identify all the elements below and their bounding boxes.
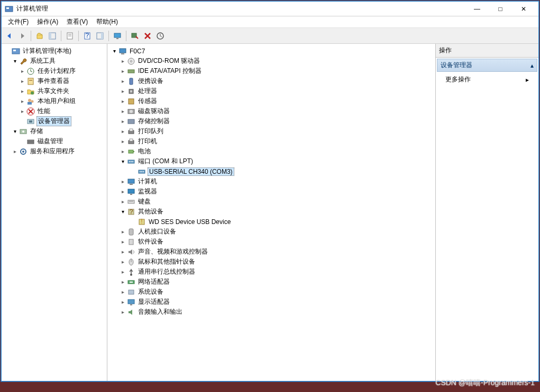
tree-item[interactable]: ▸任务计划程序 (2, 66, 107, 76)
tree-item[interactable]: !WD SES Device USB Device (107, 217, 435, 227)
svg-rect-62 (130, 194, 132, 195)
tree-item[interactable]: ▸磁盘驱动器 (107, 106, 435, 116)
tree-item[interactable]: ▸共享文件夹 (2, 86, 107, 96)
chevron-right-icon[interactable]: ▸ (119, 279, 126, 285)
tree-item[interactable]: ▸声音、视频和游戏控制器 (107, 247, 435, 257)
tree-item[interactable]: 计算机管理(本地) (2, 46, 107, 56)
up-button[interactable] (34, 30, 45, 42)
chevron-right-icon[interactable]: ▸ (119, 128, 126, 134)
tree-item[interactable]: ▸人机接口设备 (107, 227, 435, 237)
chevron-right-icon[interactable]: ▸ (119, 98, 126, 104)
menu-file[interactable]: 文件(F) (4, 16, 33, 27)
show-hide-tree-button[interactable] (47, 30, 58, 42)
update-button[interactable] (154, 30, 166, 42)
menu-action[interactable]: 操作(A) (33, 16, 62, 27)
tree-item[interactable]: ▸DVD/CD-ROM 驱动器 (107, 56, 435, 66)
left-tree-pane[interactable]: 计算机管理(本地)▾系统工具▸任务计划程序▸事件查看器▸共享文件夹▸本地用户和组… (2, 44, 107, 381)
chevron-down-icon[interactable]: ▾ (11, 128, 19, 134)
tree-item[interactable]: ▸存储控制器 (107, 116, 435, 126)
tree-item[interactable]: ▸事件查看器 (2, 76, 107, 86)
tree-item[interactable]: ▸软件设备 (107, 237, 435, 247)
tree-label: 显示适配器 (137, 297, 171, 306)
scan-button[interactable] (129, 30, 141, 42)
tree-item[interactable]: ▸监视器 (107, 186, 435, 197)
device-tree-pane[interactable]: ▾F0C7▸DVD/CD-ROM 驱动器▸IDE ATA/ATAPI 控制器▸便… (107, 44, 436, 381)
monitor-button[interactable] (112, 30, 123, 42)
chevron-right-icon[interactable]: ▸ (119, 179, 126, 184)
tree-item[interactable]: 设备管理器 (2, 116, 107, 126)
chevron-down-icon[interactable]: ▾ (119, 158, 126, 164)
chevron-right-icon[interactable]: ▸ (119, 239, 126, 245)
tree-item[interactable]: ▸传感器 (107, 96, 435, 106)
tree-item[interactable]: ▸打印机 (107, 136, 435, 146)
tree-item[interactable]: ▸处理器 (107, 86, 435, 96)
menu-help[interactable]: 帮助(H) (92, 16, 122, 27)
chevron-right-icon[interactable]: ▸ (119, 259, 126, 265)
forward-button[interactable] (16, 30, 28, 42)
tree-item[interactable]: ▸通用串行总线控制器 (107, 267, 435, 277)
audioio-icon (127, 308, 135, 316)
chevron-right-icon[interactable]: ▸ (19, 68, 26, 74)
chevron-right-icon[interactable]: ▸ (119, 78, 126, 84)
tree-item[interactable]: ▸服务和应用程序 (2, 146, 107, 156)
tree-item[interactable]: ▸性能 (2, 106, 107, 116)
tree-item[interactable]: ▾端口 (COM 和 LPT) (107, 156, 435, 166)
chevron-right-icon[interactable]: ▸ (119, 58, 126, 64)
tree-item[interactable]: ▾F0C7 (107, 46, 435, 56)
usb-icon (127, 268, 135, 276)
maximize-button[interactable]: □ (489, 2, 512, 16)
chevron-right-icon[interactable]: ▸ (119, 249, 126, 255)
chevron-right-icon[interactable]: ▸ (19, 88, 26, 94)
tree-item[interactable]: ▸鼠标和其他指针设备 (107, 257, 435, 267)
titlebar[interactable]: 计算机管理 — □ ✕ (2, 2, 538, 16)
back-button[interactable] (4, 30, 15, 42)
tree-item[interactable]: ▸电池 (107, 146, 435, 156)
chevron-right-icon[interactable]: ▸ (119, 309, 126, 315)
tree-item[interactable]: USB-SERIAL CH340 (COM3) (107, 166, 435, 176)
menu-view[interactable]: 查看(V) (62, 16, 92, 27)
tree-item[interactable]: ▸计算机 (107, 176, 435, 186)
tree-item[interactable]: ▸显示适配器 (107, 297, 435, 307)
help-button[interactable]: ? (81, 30, 93, 42)
tree-item[interactable]: ▸本地用户和组 (2, 96, 107, 106)
tree-item[interactable]: ▸音频输入和输出 (107, 307, 435, 317)
tree-item[interactable]: ▾系统工具 (2, 56, 107, 66)
chevron-right-icon[interactable]: ▸ (119, 289, 126, 295)
chevron-right-icon[interactable]: ▸ (19, 108, 26, 114)
chevron-right-icon[interactable]: ▸ (119, 88, 126, 94)
action-pane-button[interactable] (94, 30, 106, 42)
svg-point-57 (141, 171, 142, 172)
chevron-right-icon[interactable]: ▸ (119, 148, 126, 154)
tree-label: F0C7 (129, 48, 146, 55)
tree-item[interactable]: ▸键盘 (107, 197, 435, 207)
chevron-right-icon[interactable]: ▸ (19, 98, 26, 104)
chevron-right-icon[interactable]: ▸ (119, 299, 126, 305)
chevron-down-icon[interactable]: ▾ (119, 209, 126, 214)
chevron-right-icon[interactable]: ▸ (119, 199, 126, 204)
chevron-right-icon[interactable]: ▸ (119, 189, 126, 194)
chevron-right-icon[interactable]: ▸ (119, 269, 126, 275)
tree-item[interactable]: ▾存储 (2, 126, 107, 136)
tree-item[interactable]: ▸打印队列 (107, 126, 435, 136)
tree-item[interactable]: ▸IDE ATA/ATAPI 控制器 (107, 66, 435, 76)
chevron-right-icon[interactable]: ▸ (19, 78, 26, 84)
tree-item[interactable]: ▸系统设备 (107, 287, 435, 297)
chevron-right-icon[interactable]: ▸ (119, 229, 126, 235)
chevron-right-icon[interactable]: ▸ (119, 108, 126, 114)
chevron-right-icon[interactable]: ▸ (11, 148, 19, 154)
uninstall-button[interactable] (142, 30, 153, 42)
chevron-down-icon[interactable]: ▾ (11, 58, 19, 64)
chevron-right-icon[interactable]: ▸ (119, 68, 126, 74)
chevron-right-icon[interactable]: ▸ (119, 118, 126, 124)
chevron-down-icon[interactable]: ▾ (111, 48, 118, 54)
tree-item[interactable]: ▸网络适配器 (107, 277, 435, 287)
tree-item[interactable]: ▾?其他设备 (107, 207, 435, 217)
actions-section[interactable]: 设备管理器 ▴ (437, 59, 537, 72)
minimize-button[interactable]: — (465, 2, 489, 16)
more-actions-link[interactable]: 更多操作 ▸ (436, 73, 538, 86)
close-button[interactable]: ✕ (512, 2, 535, 16)
tree-item[interactable]: 磁盘管理 (2, 136, 107, 146)
chevron-right-icon[interactable]: ▸ (119, 138, 126, 144)
properties-button[interactable] (64, 30, 76, 42)
tree-item[interactable]: ▸便携设备 (107, 76, 435, 86)
